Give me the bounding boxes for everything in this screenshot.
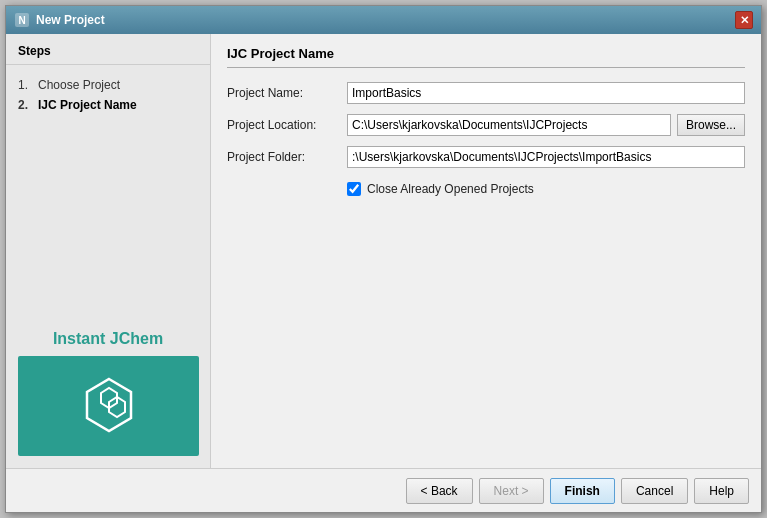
- brand-logo-box: [18, 356, 199, 456]
- project-name-input[interactable]: [347, 82, 745, 104]
- project-folder-row: Project Folder:: [227, 146, 745, 168]
- section-title: IJC Project Name: [227, 46, 745, 68]
- project-name-label: Project Name:: [227, 86, 347, 100]
- checkbox-row: Close Already Opened Projects: [347, 182, 745, 196]
- step-2-label: IJC Project Name: [38, 98, 137, 112]
- sidebar: Steps 1. Choose Project 2. IJC Project N…: [6, 34, 211, 468]
- title-bar-left: N New Project: [14, 12, 105, 28]
- next-button[interactable]: Next >: [479, 478, 544, 504]
- dialog-footer: < Back Next > Finish Cancel Help: [6, 468, 761, 512]
- project-folder-label: Project Folder:: [227, 150, 347, 164]
- project-location-input[interactable]: [347, 114, 671, 136]
- dialog-body: Steps 1. Choose Project 2. IJC Project N…: [6, 34, 761, 468]
- finish-button[interactable]: Finish: [550, 478, 615, 504]
- title-bar: N New Project ✕: [6, 6, 761, 34]
- close-projects-checkbox[interactable]: [347, 182, 361, 196]
- hexagon-icon: [79, 375, 139, 438]
- project-folder-input[interactable]: [347, 146, 745, 168]
- steps-list: 1. Choose Project 2. IJC Project Name: [6, 71, 210, 318]
- brand-label: Instant JChem: [18, 330, 198, 348]
- sidebar-bottom: Instant JChem: [6, 318, 210, 468]
- step-1-num: 1.: [18, 78, 34, 92]
- new-project-dialog: N New Project ✕ Steps 1. Choose Project …: [5, 5, 762, 513]
- step-1: 1. Choose Project: [18, 75, 198, 95]
- project-location-row: Project Location: Browse...: [227, 114, 745, 136]
- step-1-label: Choose Project: [38, 78, 120, 92]
- dialog-icon: N: [14, 12, 30, 28]
- cancel-button[interactable]: Cancel: [621, 478, 688, 504]
- step-2: 2. IJC Project Name: [18, 95, 198, 115]
- project-name-row: Project Name:: [227, 82, 745, 104]
- dialog-title: New Project: [36, 13, 105, 27]
- help-button[interactable]: Help: [694, 478, 749, 504]
- project-location-label: Project Location:: [227, 118, 347, 132]
- steps-header: Steps: [6, 34, 210, 65]
- step-2-num: 2.: [18, 98, 34, 112]
- svg-text:N: N: [18, 15, 25, 26]
- close-projects-label: Close Already Opened Projects: [367, 182, 534, 196]
- back-button[interactable]: < Back: [406, 478, 473, 504]
- browse-button[interactable]: Browse...: [677, 114, 745, 136]
- main-content: IJC Project Name Project Name: Project L…: [211, 34, 761, 468]
- close-button[interactable]: ✕: [735, 11, 753, 29]
